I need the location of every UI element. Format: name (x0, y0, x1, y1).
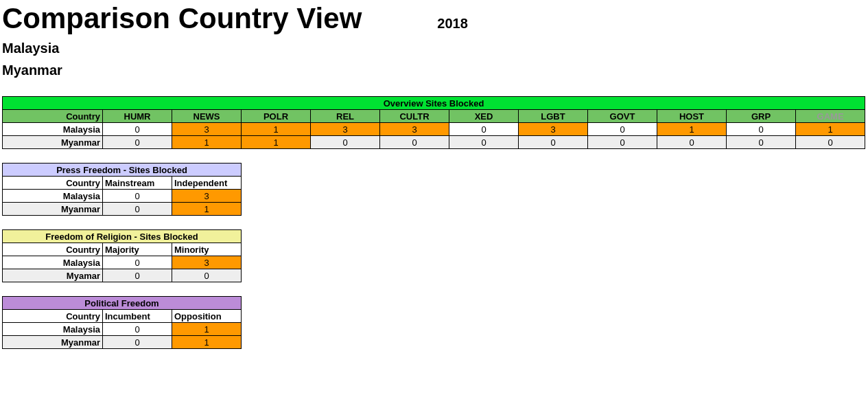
overview-col-polr: POLR (242, 110, 311, 123)
press-cell: 3 (172, 190, 242, 203)
page-title: Comparison Country View (2, 1, 362, 36)
press-col-mainstream: Mainstream (103, 177, 172, 190)
religion-col-minority: Minority (172, 243, 242, 256)
religion-country-header: Country (3, 243, 103, 256)
table-row: Malaysia 0 1 (3, 323, 242, 336)
overview-col-cultr: CULTR (380, 110, 449, 123)
overview-cell: 1 (242, 136, 311, 149)
header: Comparison Country View 2018 (2, 1, 866, 37)
overview-row-country: Myanmar (3, 136, 103, 149)
overview-cell: 3 (380, 123, 449, 136)
overview-col-host: HOST (657, 110, 727, 123)
overview-cell: 1 (796, 123, 865, 136)
religion-cell: 3 (172, 256, 242, 269)
overview-cell: 0 (657, 136, 727, 149)
press-cell: 0 (103, 203, 172, 216)
press-banner: Press Freedom - Sites Blocked (3, 164, 242, 177)
year-label: 2018 (437, 16, 468, 33)
overview-col-lgbt: LGBT (519, 110, 588, 123)
overview-cell: 0 (588, 136, 657, 149)
overview-country-header: Country (3, 110, 103, 123)
overview-cell: 1 (172, 136, 242, 149)
table-row: Malaysia 0 3 (3, 190, 242, 203)
overview-cell: 0 (796, 136, 865, 149)
political-table: Political Freedom Country Incumbent Oppo… (2, 296, 242, 349)
press-row-country: Myanmar (3, 203, 103, 216)
political-banner: Political Freedom (3, 297, 242, 310)
overview-cell: 3 (519, 123, 588, 136)
overview-cell: 1 (242, 123, 311, 136)
political-col-opposition: Opposition (172, 310, 242, 323)
political-cell: 0 (103, 336, 172, 349)
overview-col-rel: REL (311, 110, 380, 123)
overview-cell: 3 (311, 123, 380, 136)
overview-col-grp: GRP (727, 110, 796, 123)
overview-cell: 0 (103, 123, 172, 136)
overview-col-govt: GOVT (588, 110, 657, 123)
country-2: Myanmar (2, 59, 866, 81)
religion-table: Freedom of Religion - Sites Blocked Coun… (2, 229, 242, 282)
overview-cell: 3 (172, 123, 242, 136)
political-row-country: Malaysia (3, 323, 103, 336)
overview-cell: 0 (727, 123, 796, 136)
overview-banner: Overview Sites Blocked (3, 97, 865, 110)
press-row-country: Malaysia (3, 190, 103, 203)
political-country-header: Country (3, 310, 103, 323)
table-row: Myanmar 0 1 (3, 336, 242, 349)
table-row: Myanmar 0 1 1 0 0 0 0 0 0 0 0 (3, 136, 865, 149)
religion-banner: Freedom of Religion - Sites Blocked (3, 230, 242, 243)
political-cell: 1 (172, 323, 242, 336)
political-cell: 0 (103, 323, 172, 336)
political-cell: 1 (172, 336, 242, 349)
overview-col-news: NEWS (172, 110, 242, 123)
religion-cell: 0 (172, 269, 242, 282)
overview-col-xed: XED (449, 110, 519, 123)
table-row: Malaysia 0 3 (3, 256, 242, 269)
political-col-incumbent: Incumbent (103, 310, 172, 323)
overview-cell: 0 (449, 123, 519, 136)
overview-cell: 0 (103, 136, 172, 149)
table-row: Malaysia 0 3 1 3 3 0 3 0 1 0 1 (3, 123, 865, 136)
religion-row-country: Myamar (3, 269, 103, 282)
table-row: Myamar 0 0 (3, 269, 242, 282)
overview-col-game: GAME (796, 110, 865, 123)
overview-cell: 0 (519, 136, 588, 149)
country-1: Malaysia (2, 37, 866, 59)
press-cell: 1 (172, 203, 242, 216)
overview-cell: 0 (588, 123, 657, 136)
press-table: Press Freedom - Sites Blocked Country Ma… (2, 163, 242, 216)
overview-cell: 0 (380, 136, 449, 149)
overview-row-country: Malaysia (3, 123, 103, 136)
religion-row-country: Malaysia (3, 256, 103, 269)
overview-cell: 0 (311, 136, 380, 149)
political-row-country: Myanmar (3, 336, 103, 349)
religion-cell: 0 (103, 269, 172, 282)
press-country-header: Country (3, 177, 103, 190)
overview-cell: 0 (449, 136, 519, 149)
religion-cell: 0 (103, 256, 172, 269)
overview-col-humr: HUMR (103, 110, 172, 123)
overview-cell: 0 (727, 136, 796, 149)
overview-cell: 1 (657, 123, 727, 136)
press-col-independent: Independent (172, 177, 242, 190)
press-cell: 0 (103, 190, 172, 203)
table-row: Myanmar 0 1 (3, 203, 242, 216)
overview-table: Overview Sites Blocked Country HUMR NEWS… (2, 96, 865, 149)
religion-col-majority: Majority (103, 243, 172, 256)
